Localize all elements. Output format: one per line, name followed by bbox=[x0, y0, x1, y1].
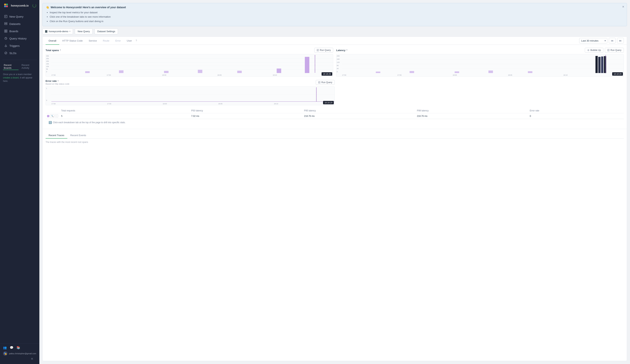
row-error-rate: 0 bbox=[528, 113, 624, 119]
col-header-total-requests-label: Total requests bbox=[60, 108, 190, 113]
sidebar-item-triggers[interactable]: Triggers bbox=[1, 42, 38, 49]
row-p50: 7.02 ms bbox=[190, 113, 302, 119]
error-rate-subtitle: Based on http status code bbox=[46, 83, 70, 85]
svg-rect-48 bbox=[488, 71, 493, 73]
svg-point-1 bbox=[6, 3, 8, 5]
total-spans-help[interactable]: ? bbox=[60, 49, 61, 51]
svg-rect-8 bbox=[4, 22, 7, 23]
stats-table-container: Total requests P50 latency P95 latency P… bbox=[46, 108, 624, 119]
latency-actions: Bubble Up Run Query bbox=[585, 48, 624, 53]
sidebar-item-boards[interactable]: Boards bbox=[1, 27, 38, 35]
svg-rect-47 bbox=[455, 71, 459, 73]
content-card: Overall HTTP Status Code Service Route E… bbox=[42, 36, 627, 361]
time-forward-button[interactable]: ⏭ bbox=[617, 38, 624, 43]
tab-recent-events[interactable]: Recent Events bbox=[67, 132, 89, 139]
chevron-down-icon: ▾ bbox=[70, 30, 70, 32]
svg-rect-12 bbox=[4, 31, 6, 32]
sidebar-item-query-history[interactable]: Query History bbox=[1, 35, 38, 42]
svg-rect-52 bbox=[601, 56, 604, 73]
info-hint: ℹ️ Click each breakdown tab at the top o… bbox=[46, 119, 624, 126]
error-rate-header: Error rate ? Based on http status code bbox=[46, 80, 335, 85]
recent-traces-section: Recent Traces Recent Events The traces w… bbox=[42, 129, 627, 146]
sidebar-item-slos[interactable]: SLOs bbox=[1, 49, 38, 56]
banner-close-button[interactable]: × bbox=[622, 5, 624, 8]
svg-rect-46 bbox=[410, 71, 414, 73]
history-icon bbox=[4, 37, 8, 40]
recent-activity-tab[interactable]: Recent Activity bbox=[21, 63, 36, 70]
welcome-bullet-1: Inspect the top level metrics for your d… bbox=[50, 10, 624, 14]
run-query-icon-2 bbox=[607, 49, 610, 51]
error-rate-help[interactable]: ? bbox=[58, 80, 59, 82]
slos-icon bbox=[4, 51, 8, 55]
sidebar-bottom: 👥 💬 📚 🎭 paika.christopher@gmail.com bbox=[0, 344, 39, 364]
svg-rect-49 bbox=[528, 71, 532, 73]
sidebar-item-label: Triggers bbox=[10, 44, 20, 47]
tab-error[interactable]: Error bbox=[112, 37, 124, 45]
svg-point-2 bbox=[4, 5, 6, 7]
sidebar-item-label: Boards bbox=[10, 29, 18, 33]
sidebar-item-datasets[interactable]: Datasets bbox=[1, 20, 38, 27]
creates-board-link[interactable]: creates a board, bbox=[3, 76, 19, 79]
tab-user[interactable]: User bbox=[124, 37, 135, 45]
empty-boards-text: Once you or a team member creates a boar… bbox=[3, 72, 36, 83]
loading-spinner bbox=[32, 4, 36, 7]
main-nav: New Query Datasets Boards Query Histor bbox=[0, 11, 39, 58]
error-rate-title: Error rate ? bbox=[46, 80, 70, 82]
row-more-button[interactable]: › bbox=[55, 114, 58, 118]
tab-right-controls: Last 30 minutes Last 1 hour Last 6 hours… bbox=[579, 38, 624, 43]
triggers-icon bbox=[4, 44, 8, 47]
time-back-button[interactable]: ⏮ bbox=[609, 38, 616, 43]
sidebar-item-label: SLOs bbox=[10, 51, 16, 55]
svg-rect-27 bbox=[85, 71, 90, 73]
tab-http-status-code[interactable]: HTTP Status Code bbox=[59, 37, 86, 45]
svg-point-15 bbox=[6, 47, 6, 47]
logo-area: honeycomb.io bbox=[0, 0, 39, 11]
tab-overall[interactable]: Overall bbox=[46, 37, 59, 45]
stats-table: Total requests P50 latency P95 latency P… bbox=[46, 108, 624, 119]
new-query-button[interactable]: New Query bbox=[75, 28, 92, 34]
latency-chart-area: 20016012080400 bbox=[336, 54, 624, 77]
bubble-up-button[interactable]: Bubble Up bbox=[585, 48, 604, 53]
row-search-button[interactable]: 🔍 bbox=[50, 114, 54, 118]
dataset-name: honeycomb-demo bbox=[49, 30, 68, 33]
docs-icon[interactable]: 📚 bbox=[16, 346, 20, 350]
nav-divider bbox=[2, 60, 37, 60]
sidebar: honeycomb.io New Query Datasets bbox=[0, 0, 40, 364]
latency-help[interactable]: ? bbox=[346, 49, 348, 51]
tab-service[interactable]: Service bbox=[86, 37, 100, 45]
recent-tabs: Recent Boards Recent Activity bbox=[3, 63, 36, 70]
tab-recent-traces[interactable]: Recent Traces bbox=[46, 132, 67, 139]
error-rate-actions: Run Query bbox=[316, 80, 335, 85]
welcome-title: 👋 Welcome to Honeycomb! Here's an overvi… bbox=[46, 6, 624, 9]
svg-rect-9 bbox=[4, 24, 7, 25]
sidebar-item-new-query[interactable]: New Query bbox=[1, 13, 38, 20]
dataset-selector[interactable]: 🗄️ honeycomb-demo ▾ bbox=[42, 28, 73, 34]
time-range-select[interactable]: Last 30 minutes Last 1 hour Last 6 hours… bbox=[579, 38, 607, 43]
welcome-bullet-2: Click one of the breakdown tabs to see m… bbox=[50, 14, 624, 19]
recent-boards-tab[interactable]: Recent Boards bbox=[3, 63, 18, 70]
error-rate-x-labels: 17:5017:5518:0018:0518:1018:15 bbox=[52, 103, 334, 105]
svg-rect-11 bbox=[6, 30, 7, 31]
chat-icon[interactable]: 💬 bbox=[10, 346, 14, 350]
error-rate-tooltip: 18:18:29 bbox=[323, 101, 334, 104]
info-icon: ℹ️ bbox=[48, 121, 52, 124]
latency-run-query-button[interactable]: Run Query bbox=[605, 48, 624, 53]
time-select-wrapper: Last 30 minutes Last 1 hour Last 6 hours… bbox=[579, 38, 607, 43]
help-people-icon[interactable]: 👥 bbox=[3, 346, 7, 350]
honeycomb-logo bbox=[3, 2, 9, 8]
traces-tabs: Recent Traces Recent Events bbox=[46, 132, 624, 139]
error-rate-run-query-button[interactable]: Run Query bbox=[316, 80, 335, 85]
total-spans-run-query-button[interactable]: Run Query bbox=[314, 48, 333, 53]
table-row: 🔍 › 5 7.02 ms 218.76 ms 218.76 ms 0 bbox=[46, 113, 624, 119]
total-spans-tooltip: 18:18:29 bbox=[322, 72, 332, 76]
svg-rect-31 bbox=[237, 71, 242, 73]
dataset-settings-button[interactable]: Dataset Settings bbox=[94, 28, 118, 34]
row-actions: 🔍 › bbox=[50, 114, 58, 118]
charts-section: Total spans ? Run Q bbox=[42, 45, 627, 129]
row-p95: 218.76 ms bbox=[302, 113, 416, 119]
latency-chart: Latency ? Bubble Up bbox=[336, 48, 624, 77]
sidebar-collapse-button[interactable] bbox=[3, 356, 36, 362]
total-spans-chart: Total spans ? Run Q bbox=[46, 48, 333, 77]
tab-route[interactable]: Route bbox=[100, 37, 112, 45]
tab-help-icon[interactable]: ? bbox=[136, 39, 137, 42]
